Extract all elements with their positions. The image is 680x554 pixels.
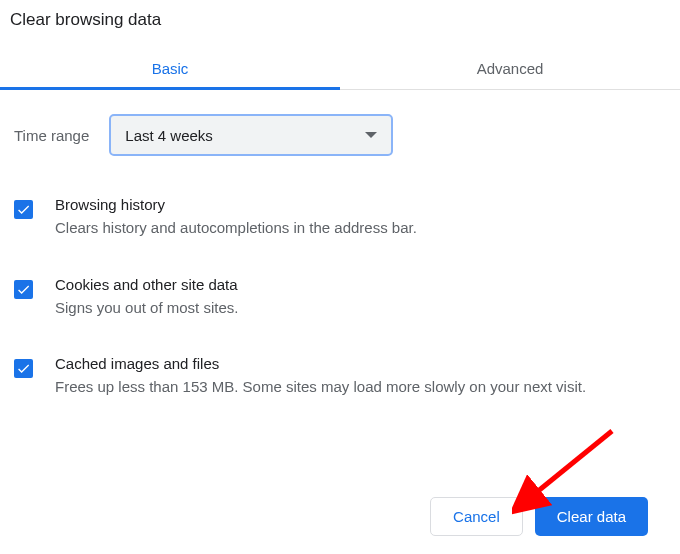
check-icon [16, 361, 31, 376]
check-icon [16, 282, 31, 297]
dialog-content: Time range Last 4 weeks Browsing history… [0, 90, 680, 399]
option-cookies: Cookies and other site data Signs you ou… [14, 276, 670, 320]
time-range-label: Time range [14, 127, 89, 144]
option-description: Clears history and autocompletions in th… [55, 217, 670, 240]
option-cache: Cached images and files Frees up less th… [14, 355, 670, 399]
checkbox-cookies[interactable] [14, 280, 33, 299]
option-texts: Cookies and other site data Signs you ou… [55, 276, 670, 320]
button-row: Cancel Clear data [430, 497, 648, 536]
option-description: Signs you out of most sites. [55, 297, 670, 320]
time-range-row: Time range Last 4 weeks [14, 114, 670, 156]
option-texts: Cached images and files Frees up less th… [55, 355, 670, 399]
svg-line-1 [532, 431, 612, 496]
option-browsing-history: Browsing history Clears history and auto… [14, 196, 670, 240]
tab-advanced[interactable]: Advanced [340, 48, 680, 89]
option-title: Cached images and files [55, 355, 670, 372]
tab-basic[interactable]: Basic [0, 48, 340, 89]
option-title: Browsing history [55, 196, 670, 213]
chevron-down-icon [365, 132, 377, 138]
check-icon [16, 202, 31, 217]
dialog-title: Clear browsing data [0, 0, 680, 48]
cancel-button[interactable]: Cancel [430, 497, 523, 536]
option-description: Frees up less than 153 MB. Some sites ma… [55, 376, 670, 399]
time-range-dropdown[interactable]: Last 4 weeks [109, 114, 393, 156]
option-texts: Browsing history Clears history and auto… [55, 196, 670, 240]
option-title: Cookies and other site data [55, 276, 670, 293]
clear-data-button[interactable]: Clear data [535, 497, 648, 536]
tabs-container: Basic Advanced [0, 48, 680, 90]
time-range-selected: Last 4 weeks [125, 127, 213, 144]
checkbox-browsing-history[interactable] [14, 200, 33, 219]
checkbox-cache[interactable] [14, 359, 33, 378]
